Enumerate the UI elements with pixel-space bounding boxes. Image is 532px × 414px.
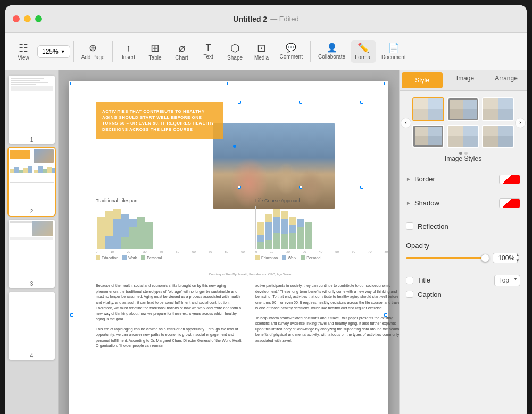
style-thumb-5[interactable] xyxy=(447,125,479,148)
comment-label: Comment xyxy=(280,54,303,60)
toolbar: ☷ View 125% ▼ ⊕ Add Page ↑ Insert ⊞ Tabl… xyxy=(5,33,527,70)
chart-button[interactable]: ⌀ Chart xyxy=(169,40,195,63)
add-page-button[interactable]: ⊕ Add Page xyxy=(77,40,109,63)
shadow-section: ► Shadow xyxy=(406,193,520,217)
photo-handle-tr[interactable] xyxy=(360,101,363,104)
opacity-stepper[interactable]: ▲ ▼ xyxy=(515,253,520,263)
handle-ml[interactable] xyxy=(70,313,73,317)
zoom-control[interactable]: 125% ▼ xyxy=(37,45,70,58)
image-styles-label: Image Styles xyxy=(406,155,520,162)
window-title: Untitled 2 xyxy=(233,15,267,23)
page-thumb-2[interactable]: 2 xyxy=(9,148,55,216)
reflection-checkbox[interactable] xyxy=(406,222,413,230)
document-button[interactable]: 📄 Document xyxy=(377,40,410,63)
quote-box[interactable]: ACTIVITIES THAT CONTRIBUTE TO HEALTHY AG… xyxy=(96,102,223,139)
text-icon: T xyxy=(206,44,211,52)
opacity-thumb[interactable] xyxy=(481,254,489,262)
handle-tr[interactable] xyxy=(384,82,387,85)
caption-row: Caption xyxy=(406,291,520,299)
table-button[interactable]: ⊞ Table xyxy=(143,40,168,63)
page-thumb-3[interactable]: 3 xyxy=(9,220,55,288)
border-color-preview[interactable] xyxy=(499,175,520,184)
photo-handle-bl[interactable] xyxy=(238,186,241,189)
toolbar-separator-1 xyxy=(73,41,74,62)
page-photo-container[interactable] xyxy=(239,102,362,187)
edited-badge: — Edited xyxy=(270,15,298,23)
right-panel-tabs: Style Image Arrange xyxy=(400,70,527,91)
opacity-slider[interactable] xyxy=(406,257,488,259)
comment-button[interactable]: 💬 Comment xyxy=(276,41,307,62)
border-header[interactable]: ► Border xyxy=(406,175,520,184)
title-position-dropdown[interactable]: Top ▼ xyxy=(494,275,520,286)
style-thumb-4[interactable] xyxy=(412,125,444,148)
handle-tl[interactable] xyxy=(70,82,73,85)
minimize-button[interactable] xyxy=(24,15,31,22)
photo-handle-bm[interactable] xyxy=(299,186,302,189)
maximize-button[interactable] xyxy=(35,15,42,22)
handle-tm[interactable] xyxy=(227,82,230,85)
photo-credit: Courtesy of Ken Dychtwald, Founder and C… xyxy=(96,272,399,276)
document-icon: 📄 xyxy=(388,43,400,53)
page-thumb-4[interactable]: 4 xyxy=(9,292,55,360)
title-position-value: Top xyxy=(499,277,509,284)
photo-handle-tm[interactable] xyxy=(299,101,302,104)
tab-arrange[interactable]: Arrange xyxy=(486,70,527,90)
chart1-axis: 0102030405060708090 xyxy=(96,250,245,253)
border-chevron: ► xyxy=(406,176,411,182)
shadow-header[interactable]: ► Shadow xyxy=(406,198,520,208)
style-thumb-6[interactable] xyxy=(482,125,514,148)
document-label: Document xyxy=(381,54,406,60)
image-styles-grid xyxy=(412,97,514,148)
collaborate-button[interactable]: 👤 Collaborate xyxy=(314,41,350,62)
traffic-lights xyxy=(13,15,42,22)
reflection-row: Reflection xyxy=(406,222,520,230)
photo-handle-tl[interactable] xyxy=(238,101,241,104)
chart2-axis: 0102030405060708090 xyxy=(255,250,399,253)
title-checkbox[interactable] xyxy=(406,277,413,284)
pages-panel: 1 xyxy=(5,70,59,414)
style-thumb-2[interactable] xyxy=(447,97,479,121)
page-photo xyxy=(213,123,335,209)
media-button[interactable]: ⊡ Media xyxy=(249,40,275,63)
caption-checkbox[interactable] xyxy=(406,291,413,298)
styles-nav-right[interactable]: › xyxy=(515,118,526,128)
style-thumb-1[interactable] xyxy=(412,97,444,121)
table-icon: ⊞ xyxy=(151,43,160,53)
style-thumb-3[interactable] xyxy=(482,97,514,121)
page-canvas: ACTIVITIES THAT CONTRIBUTE TO HEALTHY AG… xyxy=(69,81,388,414)
close-button[interactable] xyxy=(13,15,20,22)
body-text-area: Because of the health, social and econom… xyxy=(96,283,399,353)
opacity-up[interactable]: ▲ xyxy=(515,253,520,258)
shape-icon: ⬡ xyxy=(230,43,239,53)
text-button[interactable]: T Text xyxy=(196,41,221,62)
photo-handle-br[interactable] xyxy=(360,186,363,189)
body-para-1-1: Because of the health, social and econom… xyxy=(96,283,245,322)
shadow-chevron: ► xyxy=(406,200,411,206)
nav-dot-1[interactable] xyxy=(459,152,462,155)
page-num-4: 4 xyxy=(9,352,55,360)
opacity-down[interactable]: ▼ xyxy=(515,258,520,263)
media-icon: ⊡ xyxy=(257,43,266,53)
tab-style[interactable]: Style xyxy=(402,72,443,88)
insert-button[interactable]: ↑ Insert xyxy=(116,40,142,63)
handle-mr[interactable] xyxy=(384,313,387,317)
nav-dot-2[interactable] xyxy=(464,152,468,155)
border-title: Border xyxy=(414,175,435,183)
format-button[interactable]: ✏️ Format xyxy=(351,40,376,63)
tab-image[interactable]: Image xyxy=(445,70,486,90)
legend-education-2: Education xyxy=(261,256,278,260)
view-button[interactable]: ☷ View xyxy=(11,40,36,63)
chart2-title: Life Course Approach xyxy=(255,198,399,203)
chart2-legend: Education Work Personal xyxy=(255,255,399,260)
title-label: Title xyxy=(418,276,490,284)
styles-nav-left[interactable]: ‹ xyxy=(401,118,411,128)
format-icon: ✏️ xyxy=(358,43,369,53)
zoom-chevron: ▼ xyxy=(61,49,65,54)
shadow-color-preview[interactable] xyxy=(499,198,520,208)
shape-button[interactable]: ⬡ Shape xyxy=(222,40,248,63)
chart-icon: ⌀ xyxy=(179,43,185,53)
canvas-area[interactable]: ACTIVITIES THAT CONTRIBUTE TO HEALTHY AG… xyxy=(59,70,399,414)
table-label: Table xyxy=(149,55,162,61)
page-thumb-1[interactable]: 1 xyxy=(9,76,55,144)
collaborate-label: Collaborate xyxy=(318,54,345,60)
